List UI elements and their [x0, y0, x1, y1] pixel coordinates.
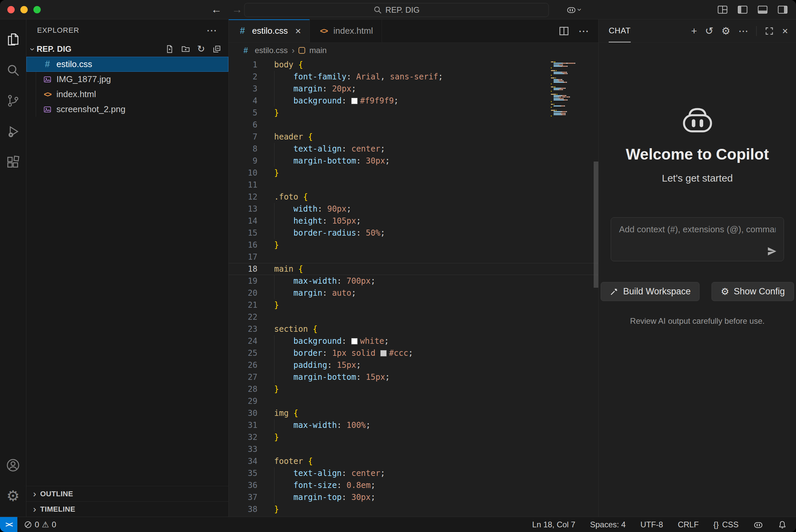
color-swatch[interactable] [351, 98, 357, 104]
cursor-position[interactable]: Ln 18, Col 7 [532, 520, 575, 529]
code-line-5[interactable]: 5} [229, 107, 598, 119]
color-swatch[interactable] [380, 350, 387, 357]
code-line-25[interactable]: 25 border: 1px solid #ccc; [229, 347, 598, 359]
account-activity-icon[interactable] [0, 450, 26, 481]
problems-status[interactable]: 0 ⚠ 0 [24, 520, 56, 529]
code-line-23[interactable]: 23section { [229, 323, 598, 335]
breadcrumb-file[interactable]: estilo.css [255, 46, 288, 55]
code-line-14[interactable]: 14 height: 105px; [229, 215, 598, 227]
code-line-18[interactable]: 18main { [229, 263, 598, 275]
code-line-27[interactable]: 27 margin-bottom: 15px; [229, 371, 598, 383]
file-item-estilo.css[interactable]: #estilo.css [26, 57, 228, 72]
code-line-21[interactable]: 21} [229, 299, 598, 311]
collapse-folders-icon[interactable] [212, 45, 221, 53]
minimap[interactable] [551, 61, 592, 117]
toggle-primary-sidebar-icon[interactable] [737, 5, 748, 14]
code-line-8[interactable]: 8 text-align: center; [229, 143, 598, 155]
back-icon[interactable]: ← [211, 3, 222, 16]
forward-icon[interactable]: → [232, 3, 242, 16]
code-line-10[interactable]: 10} [229, 167, 598, 179]
code-line-13[interactable]: 13 width: 90px; [229, 203, 598, 215]
chat-tab[interactable]: CHAT [609, 19, 631, 42]
file-item-IMG_1877.jpg[interactable]: IMG_1877.jpg [26, 72, 228, 87]
copilot-menu-button[interactable]: › [566, 5, 581, 14]
color-swatch[interactable] [351, 338, 357, 344]
code-line-1[interactable]: 1body { [229, 59, 598, 71]
code-line-7[interactable]: 7header { [229, 131, 598, 143]
extensions-activity-icon[interactable] [0, 147, 26, 177]
settings-gear-icon[interactable]: ⚙ [0, 481, 26, 511]
new-file-icon[interactable] [165, 45, 174, 53]
outline-section-header[interactable]: › OUTLINE [26, 486, 228, 501]
encoding-status[interactable]: UTF-8 [641, 520, 663, 529]
toggle-secondary-sidebar-icon[interactable] [777, 5, 788, 14]
breadcrumb-symbol[interactable]: main [309, 46, 327, 55]
show-config-button[interactable]: ⚙ Show Config [711, 282, 794, 301]
code-line-19[interactable]: 19 max-width: 700px; [229, 275, 598, 287]
code-line-35[interactable]: 35 text-align: center; [229, 467, 598, 479]
zoom-window-button[interactable] [33, 6, 41, 13]
code-line-4[interactable]: 4 background: #f9f9f9; [229, 95, 598, 107]
explorer-activity-icon[interactable] [0, 24, 26, 55]
code-line-38[interactable]: 38} [229, 503, 598, 515]
refresh-explorer-icon[interactable]: ↻ [197, 44, 205, 54]
code-line-6[interactable]: 6 [229, 119, 598, 131]
tab-index-html[interactable]: <> index.html [310, 19, 382, 42]
toggle-panel-icon[interactable] [757, 5, 768, 14]
chat-settings-gear-icon[interactable]: ⚙ [722, 26, 730, 36]
maximize-chat-icon[interactable] [765, 26, 774, 36]
code-line-15[interactable]: 15 border-radius: 50%; [229, 227, 598, 239]
tab-estilo-css[interactable]: # estilo.css × [229, 19, 310, 42]
build-workspace-button[interactable]: Build Workspace [601, 282, 700, 301]
code-line-9[interactable]: 9 margin-bottom: 30px; [229, 155, 598, 167]
run-and-debug-activity-icon[interactable] [0, 116, 26, 147]
close-tab-icon[interactable]: × [295, 26, 301, 36]
copilot-status-icon[interactable] [753, 520, 763, 529]
close-chat-icon[interactable]: × [782, 26, 788, 36]
command-center-search[interactable]: REP. DIG [244, 3, 549, 17]
code-line-24[interactable]: 24 background: white; [229, 335, 598, 347]
minimize-window-button[interactable] [20, 6, 28, 13]
code-line-37[interactable]: 37 margin-top: 30px; [229, 491, 598, 503]
new-chat-icon[interactable]: + [691, 26, 697, 36]
code-line-30[interactable]: 30img { [229, 407, 598, 419]
notifications-bell-icon[interactable] [778, 520, 786, 529]
remote-indicator[interactable]: >< [0, 517, 17, 532]
close-window-button[interactable] [7, 6, 15, 13]
editor-scrollbar[interactable] [594, 162, 598, 288]
code-line-32[interactable]: 32} [229, 431, 598, 443]
code-line-29[interactable]: 29 [229, 395, 598, 407]
code-line-31[interactable]: 31 max-width: 100%; [229, 419, 598, 431]
timeline-section-header[interactable]: › TIMELINE [26, 501, 228, 517]
code-line-11[interactable]: 11 [229, 179, 598, 191]
send-icon[interactable] [767, 246, 777, 256]
code-line-3[interactable]: 3 margin: 20px; [229, 83, 598, 95]
code-line-28[interactable]: 28} [229, 383, 598, 395]
split-editor-icon[interactable] [559, 26, 569, 36]
chat-history-icon[interactable]: ↺ [705, 26, 713, 36]
code-editor[interactable]: 1body {2 font-family: Arial, sans-serif;… [229, 58, 598, 517]
eol-status[interactable]: CRLF [678, 520, 699, 529]
more-actions-icon[interactable]: ⋯ [578, 25, 589, 37]
search-activity-icon[interactable] [0, 55, 26, 86]
chat-input[interactable]: Add context (#), extensions (@), comman [611, 217, 784, 261]
explorer-root-folder[interactable]: › REP. DIG ↻ [26, 41, 228, 57]
file-item-screenshot_2.png[interactable]: screenshot_2.png [26, 102, 228, 117]
code-line-22[interactable]: 22 [229, 311, 598, 323]
code-line-12[interactable]: 12.foto { [229, 191, 598, 203]
code-line-34[interactable]: 34footer { [229, 455, 598, 467]
source-control-activity-icon[interactable] [0, 86, 26, 116]
indentation-status[interactable]: Spaces: 4 [590, 520, 626, 529]
code-line-36[interactable]: 36 font-size: 0.8em; [229, 479, 598, 491]
code-line-26[interactable]: 26 padding: 15px; [229, 359, 598, 371]
code-line-20[interactable]: 20 margin: auto; [229, 287, 598, 299]
customize-layout-icon[interactable] [717, 5, 728, 14]
code-line-33[interactable]: 33 [229, 443, 598, 455]
code-line-17[interactable]: 17 [229, 251, 598, 263]
explorer-more-actions-icon[interactable]: ⋯ [206, 24, 217, 37]
file-item-index.html[interactable]: <>index.html [26, 87, 228, 102]
language-mode[interactable]: {} CSS [714, 520, 739, 529]
new-folder-icon[interactable] [181, 45, 190, 53]
chat-more-actions-icon[interactable]: ⋯ [738, 26, 748, 36]
code-line-16[interactable]: 16} [229, 239, 598, 251]
